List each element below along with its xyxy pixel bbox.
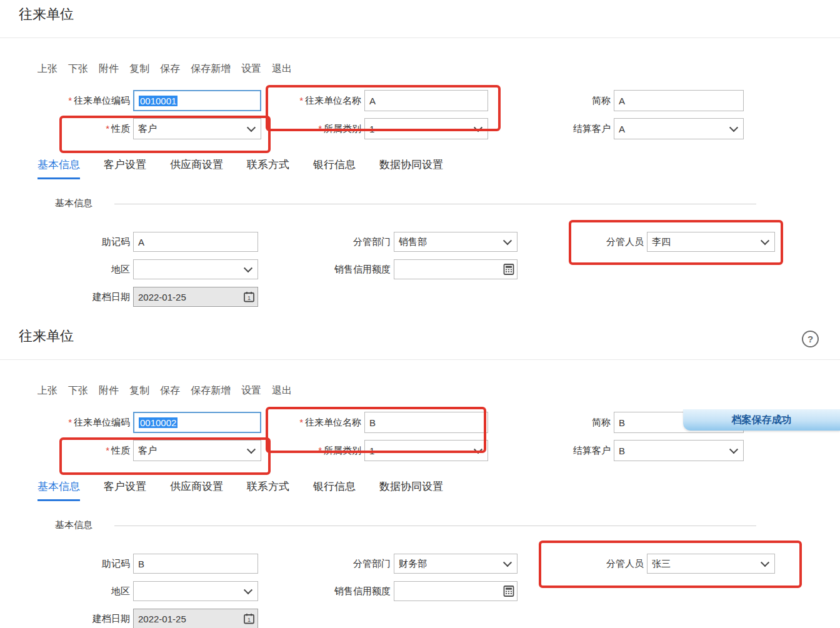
toolbar-save-button[interactable]: 保存 [160, 384, 180, 397]
partner-name-input[interactable]: A [364, 90, 488, 111]
chevron-down-icon [761, 558, 769, 567]
category-label: *所属类别 [268, 445, 361, 457]
department-select[interactable]: 财务部 [394, 554, 518, 574]
partner-code-input[interactable]: 0010001 [133, 90, 261, 111]
settle-customer-field: 结算客户 B [500, 440, 744, 461]
tab-customer-settings[interactable]: 客户设置 [104, 157, 146, 179]
section-divider [114, 204, 756, 204]
toolbar-exit-button[interactable]: 退出 [272, 62, 292, 76]
tab-supplier-settings[interactable]: 供应商设置 [170, 479, 223, 501]
toolbar-settings-button[interactable]: 设置 [241, 384, 261, 397]
tab-contact-info[interactable]: 联系方式 [247, 157, 289, 179]
mnemonic-input[interactable]: B [133, 554, 258, 574]
person-field: 分管人员 李四 [542, 231, 775, 252]
region-field: 地区 [35, 581, 258, 602]
person-label: 分管人员 [542, 558, 644, 570]
settle-customer-select[interactable]: A [614, 118, 744, 139]
tab-bank-info[interactable]: 银行信息 [313, 479, 356, 501]
toolbar-attachment-button[interactable]: 附件 [99, 384, 119, 397]
tab-contact-info[interactable]: 联系方式 [247, 479, 289, 501]
title-divider [0, 359, 840, 360]
tab-bar: 基本信息 客户设置 供应商设置 联系方式 银行信息 数据协同设置 [38, 157, 443, 179]
create-date-input[interactable]: 2022-01-25 1 [133, 287, 258, 307]
page-title: 往来单位 [19, 5, 74, 24]
chevron-down-icon [474, 445, 482, 454]
calendar-icon[interactable]: 1 [243, 291, 255, 303]
partner-form-panel-1: 往来单位 上张 下张 附件 复制 保存 保存新增 设置 退出 *往来单位编码 0… [0, 0, 840, 314]
toolbar-attachment-button[interactable]: 附件 [99, 62, 119, 76]
abbr-field: 简称 A [500, 90, 744, 111]
mnemonic-input[interactable]: A [133, 232, 258, 252]
partner-code-input[interactable]: 0010002 [133, 412, 261, 433]
chevron-down-icon [729, 123, 738, 132]
nature-field: *性质 客户 [22, 440, 261, 461]
credit-label: 销售信用额度 [280, 264, 391, 276]
chevron-down-icon [474, 123, 482, 132]
chevron-down-icon [244, 264, 252, 272]
region-field: 地区 [35, 259, 258, 280]
tab-basic-info[interactable]: 基本信息 [38, 479, 80, 501]
tab-data-collaboration[interactable]: 数据协同设置 [379, 479, 443, 501]
department-label: 分管部门 [280, 236, 391, 248]
create-date-input[interactable]: 2022-01-25 1 [133, 609, 258, 628]
tab-bank-info[interactable]: 银行信息 [313, 157, 356, 179]
selected-text: 0010002 [139, 417, 178, 428]
partner-name-label: *往来单位名称 [268, 417, 361, 429]
tab-supplier-settings[interactable]: 供应商设置 [170, 157, 223, 179]
page-title: 往来单位 [19, 327, 74, 346]
abbr-label: 简称 [500, 95, 611, 107]
region-select[interactable] [133, 581, 258, 601]
section-divider [114, 526, 756, 526]
partner-form-panel-2: 往来单位 ? 上张 下张 附件 复制 保存 保存新增 设置 退出 档案保存成功 … [0, 322, 840, 628]
toolbar-exit-button[interactable]: 退出 [272, 384, 292, 397]
category-select[interactable]: 1 [364, 118, 488, 139]
chevron-down-icon [503, 558, 512, 567]
person-select[interactable]: 李四 [647, 232, 775, 252]
credit-input[interactable] [394, 581, 518, 601]
calendar-icon[interactable]: 1 [243, 613, 255, 625]
toolbar-prev-button[interactable]: 上张 [38, 62, 58, 76]
chevron-down-icon [244, 586, 252, 594]
nature-select[interactable]: 客户 [133, 118, 261, 139]
help-icon[interactable]: ? [802, 331, 819, 347]
section-title: 基本信息 [55, 197, 92, 209]
tab-basic-info[interactable]: 基本信息 [38, 157, 80, 179]
chevron-down-icon [729, 445, 738, 454]
title-divider [0, 37, 840, 38]
toolbar-next-button[interactable]: 下张 [68, 384, 88, 397]
department-field: 分管部门 销售部 [280, 231, 518, 252]
toolbar-save-new-button[interactable]: 保存新增 [191, 384, 231, 397]
calculator-icon[interactable] [503, 264, 514, 275]
chevron-down-icon [247, 123, 256, 132]
create-date-label: 建档日期 [35, 291, 130, 303]
toolbar-save-button[interactable]: 保存 [160, 62, 180, 76]
settle-customer-field: 结算客户 A [500, 118, 744, 139]
partner-name-input[interactable]: B [364, 412, 488, 433]
settle-customer-select[interactable]: B [614, 440, 744, 461]
chevron-down-icon [761, 236, 769, 245]
toolbar-prev-button[interactable]: 上张 [38, 384, 58, 397]
calculator-icon[interactable] [503, 586, 514, 597]
mnemonic-field: 助记码 B [35, 553, 258, 574]
person-select[interactable]: 张三 [647, 554, 775, 574]
nature-field: *性质 客户 [22, 118, 261, 139]
credit-input[interactable] [394, 259, 518, 279]
toolbar-settings-button[interactable]: 设置 [241, 62, 261, 76]
toolbar: 上张 下张 附件 复制 保存 保存新增 设置 退出 [38, 62, 292, 76]
partner-name-label: *往来单位名称 [268, 95, 361, 107]
department-select[interactable]: 销售部 [394, 232, 518, 252]
region-select[interactable] [133, 259, 258, 279]
tab-data-collaboration[interactable]: 数据协同设置 [379, 157, 443, 179]
settle-customer-label: 结算客户 [500, 445, 611, 457]
partner-name-field: *往来单位名称 B [268, 412, 488, 433]
tab-customer-settings[interactable]: 客户设置 [104, 479, 146, 501]
toolbar-next-button[interactable]: 下张 [68, 62, 88, 76]
toolbar-copy-button[interactable]: 复制 [129, 62, 149, 76]
toolbar-save-new-button[interactable]: 保存新增 [191, 62, 231, 76]
nature-select[interactable]: 客户 [133, 440, 261, 461]
toolbar-copy-button[interactable]: 复制 [129, 384, 149, 397]
mnemonic-label: 助记码 [35, 558, 130, 570]
category-select[interactable]: 1 [364, 440, 488, 461]
chevron-down-icon [247, 445, 256, 454]
abbr-input[interactable]: A [614, 90, 744, 111]
